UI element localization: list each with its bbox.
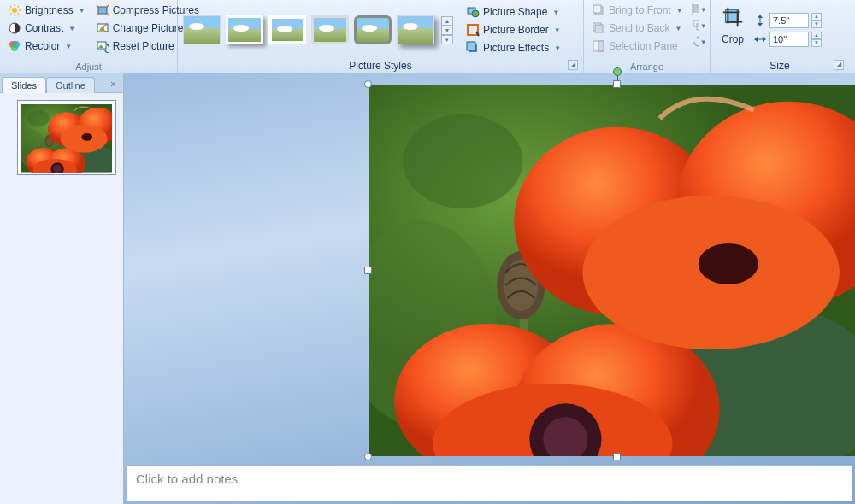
- crop-button[interactable]: Crop: [714, 2, 752, 58]
- picture-content: [369, 85, 855, 456]
- thumbnails: 1: [0, 92, 123, 504]
- selection-pane-label: Selection Pane: [609, 40, 678, 52]
- picture-effects-icon: [466, 41, 480, 55]
- svg-rect-28: [98, 7, 107, 14]
- svg-rect-39: [467, 42, 475, 50]
- style-thumb-6[interactable]: [397, 15, 434, 44]
- width-down[interactable]: ▼: [811, 39, 822, 47]
- rotate-button[interactable]: ▼: [691, 34, 708, 50]
- dropdown-icon: ▼: [700, 38, 707, 46]
- style-thumb-4[interactable]: [311, 15, 349, 44]
- send-back-icon: [592, 21, 605, 35]
- svg-point-36: [472, 10, 479, 17]
- contrast-button[interactable]: Contrast▼: [3, 20, 90, 37]
- picture-effects-button[interactable]: Picture Effects▼: [462, 39, 565, 56]
- picture-border-button[interactable]: Picture Border▼: [462, 21, 565, 38]
- dialog-launcher-size[interactable]: ◢: [834, 60, 844, 70]
- picture-border-label: Picture Border: [483, 24, 549, 36]
- svg-rect-47: [693, 9, 699, 12]
- handle-top-left[interactable]: [364, 80, 372, 88]
- svg-line-21: [18, 14, 20, 15]
- brightness-icon: [8, 3, 21, 17]
- handle-left[interactable]: [364, 267, 372, 274]
- group-picture-styles: ▲ ▼ ▾ Picture Shape▼ Picture Border▼ Pic…: [178, 0, 584, 73]
- style-thumb-2[interactable]: [226, 15, 263, 44]
- change-picture-label: Change Picture: [113, 22, 184, 34]
- group-size: Crop ▲▼ ▲▼ Size◢: [711, 0, 849, 73]
- handle-bottom-left[interactable]: [364, 453, 372, 460]
- tab-slides[interactable]: Slides: [2, 77, 46, 93]
- svg-rect-43: [595, 25, 603, 32]
- dropdown-icon: ▼: [552, 9, 559, 16]
- dropdown-icon: ▼: [554, 44, 561, 52]
- svg-line-22: [10, 14, 12, 15]
- brightness-button[interactable]: Brightness▼: [3, 2, 90, 19]
- rotation-handle[interactable]: [613, 67, 622, 76]
- group-button[interactable]: ▼: [691, 18, 708, 33]
- style-thumb-3[interactable]: [268, 15, 306, 44]
- recolor-label: Recolor: [25, 40, 60, 52]
- dropdown-icon: ▼: [675, 25, 681, 32]
- dialog-launcher-styles[interactable]: ◢: [568, 60, 578, 70]
- width-input[interactable]: [770, 32, 809, 47]
- gallery-up[interactable]: ▲: [441, 16, 453, 26]
- svg-marker-58: [763, 37, 766, 42]
- width-up[interactable]: ▲: [811, 32, 822, 39]
- handle-bottom[interactable]: [613, 453, 621, 460]
- svg-rect-45: [598, 41, 604, 51]
- picture-shape-icon: [466, 5, 480, 19]
- handle-top[interactable]: [613, 80, 621, 88]
- slide-thumb-1[interactable]: 1: [5, 100, 118, 175]
- selection-pane-button[interactable]: Selection Pane: [587, 38, 687, 55]
- svg-marker-54: [758, 15, 763, 18]
- selected-picture[interactable]: [369, 85, 855, 456]
- style-thumb-1[interactable]: [183, 15, 221, 44]
- thumbnail-image: [21, 104, 112, 173]
- compress-icon: [96, 3, 109, 17]
- svg-point-27: [11, 44, 18, 51]
- svg-line-23: [18, 6, 20, 8]
- height-input[interactable]: [770, 13, 809, 28]
- bring-to-front-button[interactable]: Bring to Front▼: [587, 2, 687, 19]
- svg-marker-51: [696, 36, 699, 39]
- gallery-scroll: ▲ ▼ ▾: [441, 16, 453, 44]
- send-back-label: Send to Back: [609, 22, 669, 34]
- contrast-icon: [8, 21, 21, 35]
- svg-line-20: [10, 6, 12, 8]
- group-label-styles: Picture Styles◢: [181, 58, 580, 73]
- picture-shape-button[interactable]: Picture Shape▼: [462, 3, 565, 21]
- dropdown-icon: ▼: [65, 43, 72, 50]
- recolor-button[interactable]: Recolor▼: [3, 38, 90, 55]
- height-down[interactable]: ▼: [811, 21, 822, 28]
- slides-panel: Slides Outline × 1: [0, 73, 124, 504]
- align-button[interactable]: ▼: [691, 2, 708, 17]
- height-icon: [753, 14, 767, 27]
- dropdown-icon: ▼: [79, 7, 86, 15]
- dropdown-icon: ▼: [68, 25, 75, 32]
- dropdown-icon: ▼: [700, 22, 707, 30]
- style-thumb-5[interactable]: [354, 15, 392, 44]
- svg-rect-41: [593, 5, 601, 13]
- reset-picture-icon: [96, 39, 109, 53]
- notes-pane[interactable]: Click to add notes: [127, 465, 852, 501]
- selection-pane-icon: [592, 39, 605, 53]
- slide-canvas[interactable]: [124, 73, 855, 465]
- bring-front-label: Bring to Front: [609, 4, 671, 16]
- change-picture-icon: [96, 21, 109, 35]
- gallery-down[interactable]: ▼: [441, 26, 453, 35]
- bring-front-icon: [592, 3, 605, 17]
- picture-border-icon: [466, 23, 480, 37]
- svg-rect-46: [693, 5, 698, 8]
- dropdown-icon: ▼: [676, 7, 683, 15]
- send-to-back-button[interactable]: Send to Back▼: [587, 20, 687, 37]
- height-up[interactable]: ▲: [811, 13, 822, 21]
- dropdown-icon: ▼: [700, 6, 707, 14]
- panel-close[interactable]: ×: [107, 77, 120, 92]
- group-arrange: Bring to Front▼ Send to Back▼ Selection …: [584, 0, 711, 73]
- picture-shape-label: Picture Shape: [483, 6, 547, 18]
- editor: Click to add notes: [124, 73, 855, 504]
- group-label-arrange: Arrange: [587, 60, 706, 73]
- tab-outline[interactable]: Outline: [46, 77, 95, 93]
- gallery-more[interactable]: ▾: [441, 35, 453, 44]
- height-control: ▲▼: [753, 13, 822, 28]
